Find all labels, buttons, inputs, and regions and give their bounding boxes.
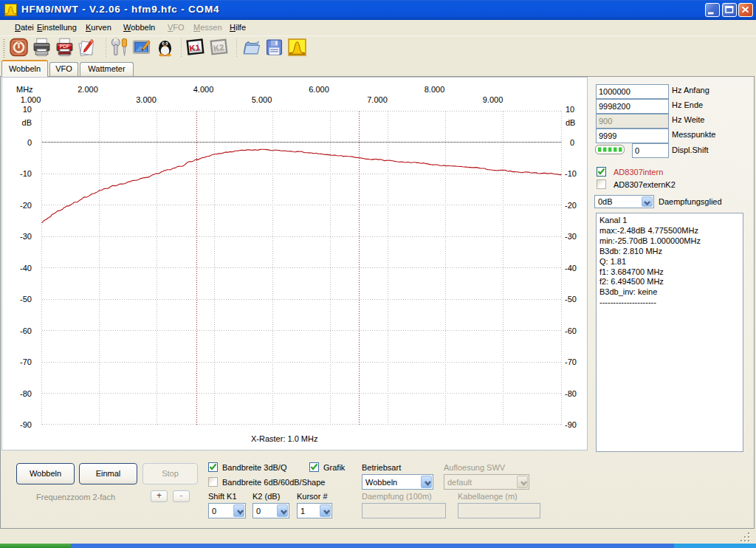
- svg-text:-50: -50: [20, 295, 32, 304]
- svg-text:-20: -20: [565, 201, 577, 210]
- svg-text:-80: -80: [565, 389, 577, 398]
- svg-text:6.000: 6.000: [309, 85, 329, 94]
- svg-text:7.000: 7.000: [367, 95, 388, 104]
- svg-text:-50: -50: [565, 295, 577, 304]
- svg-text:1.000: 1.000: [21, 95, 41, 104]
- svg-text:dB: dB: [566, 118, 575, 127]
- svg-text:2.000: 2.000: [78, 85, 98, 94]
- svg-text:K1: K1: [189, 43, 201, 53]
- svg-text:3.000: 3.000: [136, 95, 157, 104]
- svg-text:4.000: 4.000: [193, 85, 214, 94]
- svg-text:K2: K2: [213, 43, 224, 52]
- svg-text:0: 0: [27, 138, 32, 147]
- svg-text:8.000: 8.000: [425, 85, 445, 94]
- svg-text:PDF: PDF: [60, 44, 70, 49]
- svg-text:-70: -70: [565, 357, 577, 366]
- svg-text:-90: -90: [20, 420, 32, 429]
- svg-text:-40: -40: [20, 264, 32, 273]
- svg-text:10: 10: [23, 105, 32, 114]
- svg-text:-90: -90: [565, 420, 577, 429]
- svg-text:-40: -40: [565, 264, 577, 273]
- svg-text:X-Raster: 1.0 MHz: X-Raster: 1.0 MHz: [251, 434, 317, 443]
- svg-text:-60: -60: [20, 326, 32, 335]
- svg-text:5.000: 5.000: [252, 95, 272, 104]
- svg-text:9.000: 9.000: [483, 95, 504, 104]
- svg-text:-70: -70: [20, 357, 32, 366]
- svg-text:dB: dB: [22, 118, 32, 127]
- svg-text:-30: -30: [20, 232, 32, 241]
- svg-text:-80: -80: [20, 389, 32, 398]
- svg-text:0: 0: [570, 138, 574, 147]
- svg-text:-10: -10: [20, 169, 32, 178]
- svg-text:10: 10: [566, 105, 574, 114]
- svg-text:-60: -60: [565, 326, 577, 335]
- svg-text:-30: -30: [565, 232, 577, 241]
- svg-text:MHz: MHz: [16, 85, 33, 94]
- svg-text:-20: -20: [20, 201, 32, 210]
- svg-text:-10: -10: [565, 169, 577, 178]
